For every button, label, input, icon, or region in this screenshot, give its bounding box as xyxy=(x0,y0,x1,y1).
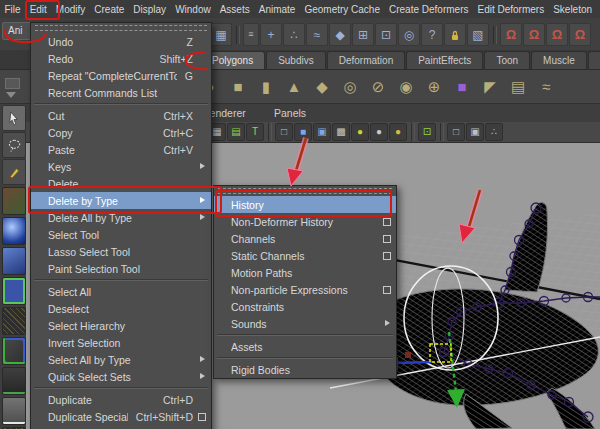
menu-item-lasso-select-tool[interactable]: Lasso Select Tool xyxy=(31,243,211,260)
menu-item-deselect[interactable]: Deselect xyxy=(31,300,211,317)
layers-icon[interactable]: ▣ xyxy=(466,123,484,141)
menu-assets[interactable]: Assets xyxy=(215,4,254,15)
poly-boolean-icon[interactable]: ⊘ xyxy=(364,73,392,101)
submenu-item-rigid-bodies[interactable]: Rigid Bodies xyxy=(214,361,396,378)
poly-cube-icon[interactable]: ■ xyxy=(224,73,252,101)
poly-wire-sphere-icon[interactable]: ⊕ xyxy=(420,73,448,101)
menu-item-cut[interactable]: CutCtrl+X xyxy=(31,107,211,124)
menu-edit-deformers[interactable]: Edit Deformers xyxy=(473,4,549,15)
poly-cone-icon[interactable]: ▲ xyxy=(280,73,308,101)
snap-magnet-2-icon[interactable]: Ω xyxy=(523,23,545,46)
menu-edit[interactable]: Edit xyxy=(25,4,51,15)
shelf-tab-subdivs[interactable]: Subdivs xyxy=(266,51,326,69)
share-nodes-icon[interactable]: ∴ xyxy=(485,123,503,141)
checker-cube-icon[interactable]: ▩ xyxy=(332,123,350,141)
snap-to-planes-icon[interactable]: ◆ xyxy=(329,23,351,46)
menu-create[interactable]: Create xyxy=(90,4,129,15)
light-all-icon[interactable]: ● xyxy=(370,123,388,141)
option-box-icon[interactable] xyxy=(198,413,206,421)
textured-cube-icon[interactable]: ▣ xyxy=(313,123,331,141)
tearoff-handle[interactable] xyxy=(218,188,392,194)
film-gate-icon[interactable]: ▤ xyxy=(227,123,245,141)
submenu-item-motion-paths[interactable]: Motion Paths xyxy=(214,264,396,281)
menu-display[interactable]: Display xyxy=(129,4,171,15)
select-tool-button[interactable] xyxy=(2,105,26,131)
menu-item-undo[interactable]: UndoZ xyxy=(31,33,211,50)
lock-icon[interactable] xyxy=(444,23,466,46)
menu-item-duplicate-special[interactable]: Duplicate SpecialCtrl+Shift+D xyxy=(31,408,211,425)
snap-magnet-4-icon[interactable]: Ω xyxy=(569,23,591,46)
shelf-tab-deformation[interactable]: Deformation xyxy=(327,51,405,69)
menu-item-select-all-by-type[interactable]: Select All by Type xyxy=(31,351,211,368)
poly-cylinder-icon[interactable]: ▮ xyxy=(252,73,280,101)
layout-thumb-cube[interactable] xyxy=(2,247,26,275)
option-box-icon[interactable] xyxy=(383,218,391,226)
option-box-icon[interactable] xyxy=(383,286,391,294)
layout-thumb-curve[interactable] xyxy=(2,397,26,425)
menu-animate[interactable]: Animate xyxy=(254,4,300,15)
menu-item-duplicate-with-transform[interactable]: Duplicate with TransformShift+D xyxy=(31,425,211,429)
poly-plane-icon[interactable]: ◆ xyxy=(308,73,336,101)
lasso-tool-button[interactable] xyxy=(2,132,26,158)
menu-item-paste[interactable]: PasteCtrl+V xyxy=(31,141,211,158)
move-snap-icon[interactable]: + xyxy=(260,23,282,46)
menu-modify[interactable]: Modify xyxy=(51,4,89,15)
paint-selection-tool-button[interactable] xyxy=(2,159,26,185)
layout-thumb-sphere[interactable] xyxy=(2,217,26,245)
history-toggle-icon[interactable]: ▧ xyxy=(467,23,489,46)
menu-create-deformers[interactable]: Create Deformers xyxy=(385,4,473,15)
submenu-item-static-channels[interactable]: Static Channels xyxy=(214,247,396,264)
submenu-item-channels[interactable]: Channels xyxy=(214,230,396,247)
menu-item-paint-selection-tool[interactable]: Paint Selection Tool xyxy=(31,260,211,277)
snap-to-grid-icon[interactable]: ⊞ xyxy=(352,23,374,46)
poly-torus-icon[interactable]: ◎ xyxy=(336,73,364,101)
help-icon[interactable]: ? xyxy=(421,23,443,46)
menu-item-delete[interactable]: Delete xyxy=(31,175,211,192)
layout-thumb-manipulator[interactable] xyxy=(2,337,26,365)
snap-to-view-icon[interactable]: ⊡ xyxy=(375,23,397,46)
submenu-item-assets[interactable]: Assets xyxy=(214,338,396,355)
menu-window[interactable]: Window xyxy=(171,4,216,15)
option-box-icon[interactable] xyxy=(383,252,391,260)
menu-item-redo[interactable]: RedoShift+Z xyxy=(31,50,211,67)
submenu-item-history[interactable]: History xyxy=(214,196,396,213)
light-selected-icon[interactable]: ● xyxy=(389,123,407,141)
select-objects-icon[interactable]: ▦ xyxy=(210,23,232,46)
menu-item-delete-all-by-type[interactable]: Delete All by Type xyxy=(31,209,211,226)
shaded-cube-icon[interactable]: ■ xyxy=(294,123,312,141)
snap-to-points-icon[interactable]: ∴ xyxy=(283,23,305,46)
submenu-item-non-deformer-history[interactable]: Non-Deformer History xyxy=(214,213,396,230)
tearoff-handle[interactable] xyxy=(35,25,207,31)
wireframe-cube-icon[interactable]: □ xyxy=(275,123,293,141)
shelf-tab-painteffects[interactable]: PaintEffects xyxy=(406,51,483,69)
text-hud-icon[interactable]: T xyxy=(246,123,264,141)
shelf-tab-fluids[interactable]: Fluids xyxy=(588,51,600,69)
menu-item-delete-by-type[interactable]: Delete by Type xyxy=(31,192,211,209)
option-box-icon[interactable] xyxy=(383,235,391,243)
menu-skeleton[interactable]: Skeleton xyxy=(549,4,597,15)
menu-item-repeat[interactable]: Repeat "CompleteCurrentTool"G xyxy=(31,67,211,84)
hypershade-cube-icon[interactable]: ■ xyxy=(448,73,476,101)
panel-menu-panels[interactable]: Panels xyxy=(274,104,306,122)
menu-item-invert-selection[interactable]: Invert Selection xyxy=(31,334,211,351)
shelf-tab-toon[interactable]: Toon xyxy=(484,51,530,69)
menu-item-select-all[interactable]: Select All xyxy=(31,283,211,300)
snap-magnet-1-icon[interactable]: Ω xyxy=(500,23,522,46)
shelf-switcher-button[interactable] xyxy=(5,78,20,89)
poly-extrude-icon[interactable]: ▤ xyxy=(504,73,532,101)
menu-item-select-hierarchy[interactable]: Select Hierarchy xyxy=(31,317,211,334)
submenu-item-sounds[interactable]: Sounds xyxy=(214,315,396,332)
submenu-item-constraints[interactable]: Constraints xyxy=(214,298,396,315)
menu-item-duplicate[interactable]: DuplicateCtrl+D xyxy=(31,391,211,408)
poly-smooth-icon[interactable]: ◉ xyxy=(392,73,420,101)
menu-geometry-cache[interactable]: Geometry Cache xyxy=(300,4,385,15)
menu-file[interactable]: File xyxy=(0,4,25,15)
menu-item-quick-select-sets[interactable]: Quick Select Sets xyxy=(31,368,211,385)
poly-bevel-icon[interactable]: ◤ xyxy=(476,73,504,101)
select-highlight-icon[interactable]: ⊡ xyxy=(418,123,436,141)
isolate-select-icon[interactable]: □ xyxy=(447,123,465,141)
menu-item-copy[interactable]: CopyCtrl+C xyxy=(31,124,211,141)
layout-thumb-wire-cube[interactable] xyxy=(2,277,26,305)
make-live-icon[interactable]: ◎ xyxy=(398,23,420,46)
menu-item-recent-commands[interactable]: Recent Commands List xyxy=(31,84,211,101)
